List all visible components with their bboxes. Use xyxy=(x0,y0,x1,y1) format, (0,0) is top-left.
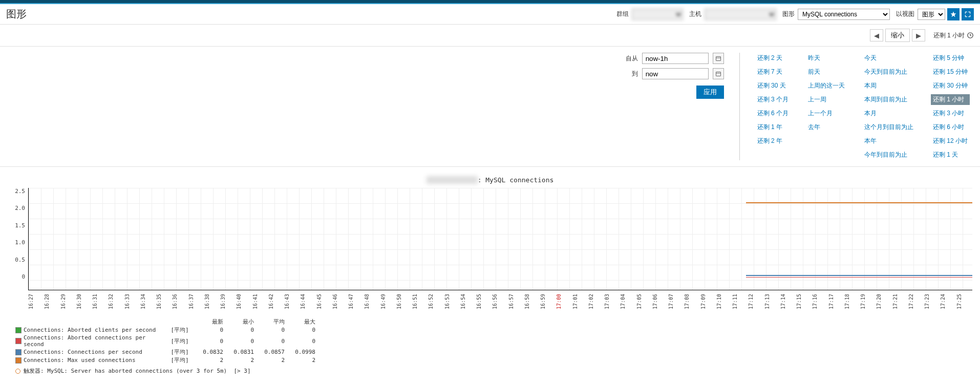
quick-range-link[interactable]: 还剩 30 天 xyxy=(755,80,791,91)
current-range-label[interactable]: 还剩 1 小时 xyxy=(933,31,974,40)
quick-range-link[interactable]: 本月 xyxy=(862,108,915,119)
time-next-button[interactable]: ▶ xyxy=(912,29,925,41)
chart-container: : MySQL connections 2.52.01.51.00.50 16:… xyxy=(0,171,980,380)
view-select[interactable]: 图形 xyxy=(918,9,945,20)
y-axis: 2.52.01.51.00.50 xyxy=(8,188,28,290)
quick-range-link[interactable]: 还剩 12 小时 xyxy=(931,136,970,146)
quick-range-link[interactable]: 今天到目前为止 xyxy=(862,67,915,77)
x-axis: 16:2716:2816:2916:3016:3116:3216:3316:34… xyxy=(8,291,972,312)
legend-row: Connections: Max used connections[平均]222… xyxy=(15,356,972,364)
quick-range-link[interactable]: 本周到目前为止 xyxy=(862,94,915,105)
to-calendar-button[interactable] xyxy=(713,68,724,79)
quick-range-link[interactable]: 还剩 2 年 xyxy=(755,136,791,146)
quick-range-link[interactable]: 还剩 1 小时 xyxy=(931,94,970,105)
zoom-out-button[interactable]: 缩小 xyxy=(885,29,910,42)
chart-legend: 最新 最小 平均 最大 Connections: Aborted clients… xyxy=(8,318,972,375)
time-selector-panel: 自从 到 应用 还剩 2 天还剩 7 天还剩 30 天还剩 3 个月还剩 6 个… xyxy=(0,47,980,167)
series-max-used xyxy=(746,202,972,203)
filter-graph-label: 图形 xyxy=(782,10,795,18)
group-select[interactable] xyxy=(632,9,683,20)
series-conn-per-sec xyxy=(746,275,972,276)
chart-plot xyxy=(28,188,972,290)
trigger-icon xyxy=(15,369,20,374)
from-calendar-button[interactable] xyxy=(713,53,724,64)
legend-row: Connections: Connections per second[平均]0… xyxy=(15,348,972,356)
panel-divider xyxy=(739,53,740,160)
quick-range-link[interactable]: 还剩 5 分钟 xyxy=(931,53,970,63)
time-prev-button[interactable]: ◀ xyxy=(870,29,883,41)
quick-range-link[interactable]: 前天 xyxy=(806,67,847,77)
svg-rect-3 xyxy=(716,72,720,76)
quick-range-link[interactable]: 还剩 6 个月 xyxy=(755,108,791,119)
time-nav-bar: ◀ 缩小 ▶ 还剩 1 小时 xyxy=(0,25,980,47)
fullscreen-button[interactable] xyxy=(962,8,974,20)
calendar-icon xyxy=(715,71,721,77)
quick-range-link[interactable]: 今天 xyxy=(862,53,915,63)
quick-ranges: 还剩 2 天还剩 7 天还剩 30 天还剩 3 个月还剩 6 个月还剩 1 年还… xyxy=(755,53,970,160)
page-title: 图形 xyxy=(6,7,27,21)
to-input[interactable] xyxy=(642,68,709,79)
favorite-button[interactable] xyxy=(947,8,960,20)
quick-range-link[interactable]: 还剩 7 天 xyxy=(755,67,791,77)
filter-view-label: 以视图 xyxy=(896,10,914,18)
quick-range-link[interactable]: 还剩 3 个月 xyxy=(755,94,791,105)
quick-range-link[interactable]: 昨天 xyxy=(806,53,847,63)
expand-icon xyxy=(964,11,971,18)
quick-range-link[interactable]: 还剩 1 年 xyxy=(755,122,791,133)
filter-group-label: 群组 xyxy=(616,10,629,18)
trigger-row: 触发器: MySQL: Server has aborted connectio… xyxy=(15,367,972,375)
quick-range-link[interactable]: 还剩 6 小时 xyxy=(931,122,970,133)
chart-title: : MySQL connections xyxy=(8,176,972,184)
quick-range-link[interactable]: 还剩 2 天 xyxy=(755,53,791,63)
header-bar: 图形 群组 主机 图形 MySQL connections 以视图 图形 xyxy=(0,4,980,25)
quick-range-link[interactable]: 还剩 1 天 xyxy=(931,150,970,160)
quick-range-link[interactable]: 还剩 3 小时 xyxy=(931,108,970,119)
from-label: 自从 xyxy=(626,54,638,63)
svg-rect-1 xyxy=(716,57,720,61)
series-aborted xyxy=(746,277,972,278)
quick-range-link[interactable]: 去年 xyxy=(806,122,847,133)
host-select[interactable] xyxy=(705,9,776,20)
quick-range-link[interactable]: 这个月到目前为止 xyxy=(862,122,915,133)
quick-range-link[interactable]: 上一个月 xyxy=(806,108,847,119)
graph-select[interactable]: MySQL connections xyxy=(798,9,890,20)
clock-icon xyxy=(967,32,974,39)
quick-range-link[interactable]: 上一周 xyxy=(806,94,847,105)
quick-range-link[interactable]: 还剩 15 分钟 xyxy=(931,67,970,77)
quick-range-link[interactable]: 上周的这一天 xyxy=(806,80,847,91)
filter-host-label: 主机 xyxy=(689,10,701,18)
apply-button[interactable]: 应用 xyxy=(696,86,724,99)
legend-row: Connections: Aborted connections per sec… xyxy=(15,334,972,348)
top-accent-bar xyxy=(0,0,980,4)
quick-range-link[interactable]: 今年到目前为止 xyxy=(862,150,915,160)
star-icon xyxy=(950,11,957,18)
legend-row: Connections: Aborted clients per second[… xyxy=(15,326,972,334)
calendar-icon xyxy=(715,55,721,61)
quick-range-link[interactable]: 本周 xyxy=(862,80,915,91)
from-input[interactable] xyxy=(642,53,709,64)
quick-range-link[interactable]: 还剩 30 分钟 xyxy=(931,80,970,91)
to-label: 到 xyxy=(632,70,638,78)
quick-range-link[interactable]: 本年 xyxy=(862,136,915,146)
